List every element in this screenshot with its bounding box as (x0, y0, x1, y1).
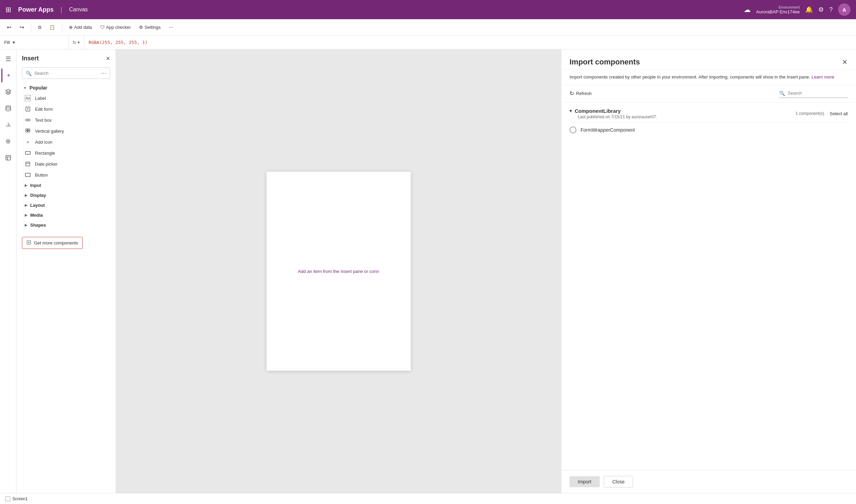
component-name: FormWrapperComponent (581, 127, 635, 133)
svg-rect-21 (25, 173, 30, 177)
datepicker-icon (25, 161, 31, 167)
import-panel-title: Import components (570, 58, 640, 67)
subcategory-display-label: Display (30, 193, 46, 198)
undo-button[interactable]: ↩ (4, 23, 14, 32)
insert-item-gallery[interactable]: Vertical gallery (16, 125, 116, 136)
library-meta: Last published on 7/15/21 by aurorauser0… (570, 115, 657, 119)
insert-subcategory-display[interactable]: ▶ Display (16, 190, 116, 200)
cloud-icon: ☁ (744, 5, 751, 14)
select-all-button[interactable]: Select all (830, 111, 848, 116)
learn-more-link[interactable]: Learn more (811, 74, 834, 80)
insert-subcategory-media[interactable]: ▶ Media (16, 210, 116, 220)
subcategory-media-label: Media (30, 213, 43, 218)
screen-checkbox[interactable] (5, 496, 10, 501)
canvas-area: Add an item from the Insert pane or conn (116, 49, 561, 493)
toolbar2: ↩ ↪ ⧉ 📋 ⊕ Add data 🛡 App checker ⚙ Setti… (0, 19, 856, 36)
insert-item-addicon[interactable]: + Add icon (16, 136, 116, 147)
label-icon: Aa (25, 95, 31, 101)
formula-input[interactable]: RGBA(255, 255, 255, 1) (84, 40, 856, 45)
svg-point-0 (6, 106, 11, 108)
insert-item-label[interactable]: Aa Label (16, 93, 116, 104)
fx-indicator: fx ▾ (69, 36, 84, 49)
sidebar-icon-variables[interactable] (1, 151, 15, 165)
get-more-components-button[interactable]: Get more components (22, 237, 83, 249)
chevron-down-icon: ▼ (23, 86, 27, 90)
add-data-label: Add data (74, 25, 92, 30)
search-options-button[interactable]: ⋯ (101, 70, 106, 76)
refresh-label: Refresh (576, 91, 592, 96)
statusbar: Screen1 (0, 493, 856, 504)
insert-item-datepicker[interactable]: Date picker (16, 158, 116, 169)
insert-item-label-text: Label (35, 96, 46, 101)
import-panel-close-button[interactable]: ✕ (842, 58, 848, 66)
property-selector[interactable]: Fill ▾ (0, 36, 69, 49)
avatar[interactable]: A (838, 3, 851, 16)
paste-icon: 📋 (49, 25, 55, 30)
import-button[interactable]: Import (570, 476, 600, 487)
import-content: ▾ ComponentLibrary Last published on 7/1… (561, 103, 856, 470)
svg-rect-14 (26, 131, 27, 132)
close-button[interactable]: Close (604, 476, 633, 488)
sidebar-icon-analytics[interactable] (1, 118, 15, 132)
insert-item-addicon-text: Add icon (35, 140, 52, 145)
left-sidebar: ☰ + ⊛ (0, 49, 16, 493)
insert-category-popular[interactable]: ▼ Popular (16, 83, 116, 93)
insert-panel-close-button[interactable]: ✕ (106, 55, 110, 62)
library-chevron-icon[interactable]: ▾ (570, 108, 572, 113)
import-panel: Import components ✕ Import components cr… (561, 49, 856, 493)
insert-item-rectangle[interactable]: Rectangle (16, 147, 116, 158)
settings-button[interactable]: ⚙ Settings (136, 23, 163, 31)
environment-label: Environment (778, 5, 800, 9)
editform-icon (25, 106, 31, 112)
add-data-button[interactable]: ⊕ Add data (66, 23, 95, 31)
help-icon[interactable]: ? (829, 6, 833, 13)
bell-icon[interactable]: 🔔 (805, 6, 813, 13)
refresh-icon: ↻ (570, 90, 574, 97)
sidebar-icon-menu[interactable]: ☰ (1, 52, 15, 66)
get-more-label: Get more components (34, 240, 78, 245)
more-button[interactable]: ⋯ (166, 23, 176, 31)
component-item: FormWrapperComponent (570, 122, 848, 138)
screen-tab[interactable]: Screen1 (5, 496, 28, 501)
insert-item-button[interactable]: Button (16, 169, 116, 180)
library-right: 1 component(s) Select all (796, 111, 848, 116)
import-search-icon: 🔍 (779, 91, 785, 96)
copy-button[interactable]: ⧉ (35, 23, 44, 32)
import-footer: Import Close (561, 470, 856, 493)
insert-item-textbox[interactable]: Text box (16, 115, 116, 125)
paste-button[interactable]: 📋 (47, 23, 58, 31)
component-radio-button[interactable] (570, 127, 576, 133)
refresh-button[interactable]: ↻ Refresh (570, 90, 592, 97)
screen-label: Screen1 (12, 496, 28, 501)
topbar-right: ☁ Environment AuroraBAP Env174ee 🔔 ⚙ ? A (744, 3, 851, 16)
sidebar-icon-data[interactable] (1, 101, 15, 115)
import-description: Import components created by other peopl… (561, 70, 856, 85)
textbox-icon (25, 117, 31, 123)
toolbar-separator-1 (31, 23, 31, 32)
insert-search-input[interactable] (34, 71, 98, 76)
insert-subcategory-input[interactable]: ▶ Input (16, 180, 116, 190)
gallery-icon (25, 128, 31, 134)
import-search-input[interactable] (788, 91, 845, 96)
chevron-right-icon-media: ▶ (25, 213, 27, 217)
gear-icon[interactable]: ⚙ (818, 6, 824, 13)
insert-panel-header: Insert ✕ (16, 49, 116, 65)
sidebar-icon-layers[interactable] (1, 85, 15, 99)
canvas-hint-link[interactable]: or conn (364, 269, 379, 274)
sidebar-icon-components[interactable]: ⊛ (1, 134, 15, 148)
svg-rect-16 (25, 152, 30, 154)
sidebar-icon-insert[interactable]: + (1, 69, 15, 82)
insert-item-editform[interactable]: Edit form (16, 104, 116, 115)
app-checker-button[interactable]: 🛡 App checker (97, 23, 133, 31)
insert-subcategory-layout[interactable]: ▶ Layout (16, 200, 116, 210)
app-checker-label: App checker (106, 25, 131, 30)
import-panel-header: Import components ✕ (561, 49, 856, 70)
app-checker-icon: 🛡 (100, 25, 105, 30)
grid-icon[interactable]: ⊞ (5, 5, 11, 14)
canvas-hint-text: Add an item from the Insert pane (298, 269, 363, 274)
settings-label: Settings (144, 25, 161, 30)
canvas-hint: Add an item from the Insert pane or conn (298, 269, 379, 274)
redo-button[interactable]: ↪ (17, 23, 27, 32)
insert-subcategory-shapes[interactable]: ▶ Shapes (16, 220, 116, 230)
environment-info: Environment AuroraBAP Env174ee (756, 5, 800, 14)
